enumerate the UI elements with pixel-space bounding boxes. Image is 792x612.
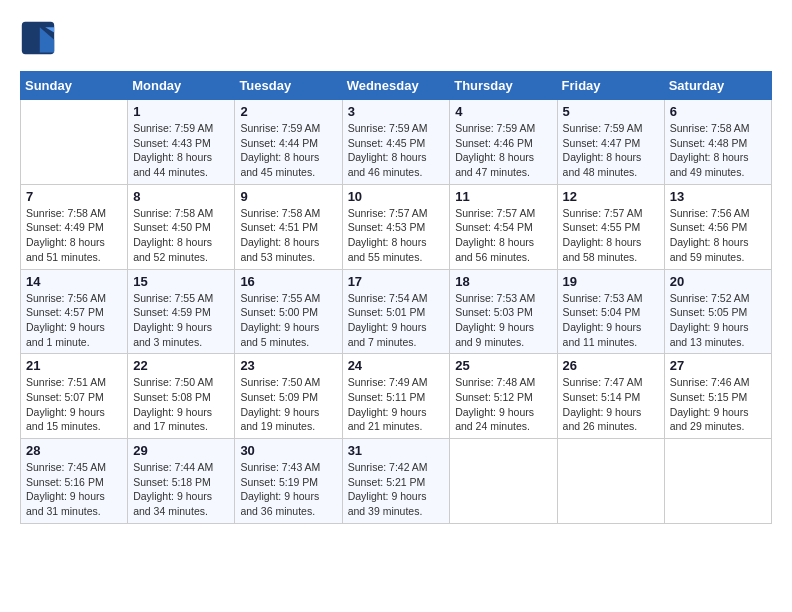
logo-icon <box>20 20 56 56</box>
week-row-5: 28Sunrise: 7:45 AMSunset: 5:16 PMDayligh… <box>21 439 772 524</box>
day-number: 9 <box>240 189 336 204</box>
calendar-cell: 10Sunrise: 7:57 AMSunset: 4:53 PMDayligh… <box>342 184 450 269</box>
day-info: Sunrise: 7:55 AMSunset: 4:59 PMDaylight:… <box>133 291 229 350</box>
calendar-cell: 19Sunrise: 7:53 AMSunset: 5:04 PMDayligh… <box>557 269 664 354</box>
day-info: Sunrise: 7:55 AMSunset: 5:00 PMDaylight:… <box>240 291 336 350</box>
calendar-cell: 2Sunrise: 7:59 AMSunset: 4:44 PMDaylight… <box>235 100 342 185</box>
calendar-cell: 22Sunrise: 7:50 AMSunset: 5:08 PMDayligh… <box>128 354 235 439</box>
calendar-cell: 14Sunrise: 7:56 AMSunset: 4:57 PMDayligh… <box>21 269 128 354</box>
day-info: Sunrise: 7:53 AMSunset: 5:03 PMDaylight:… <box>455 291 551 350</box>
page-header <box>20 20 772 56</box>
header-wednesday: Wednesday <box>342 72 450 100</box>
calendar-cell: 29Sunrise: 7:44 AMSunset: 5:18 PMDayligh… <box>128 439 235 524</box>
calendar-cell: 3Sunrise: 7:59 AMSunset: 4:45 PMDaylight… <box>342 100 450 185</box>
day-info: Sunrise: 7:42 AMSunset: 5:21 PMDaylight:… <box>348 460 445 519</box>
calendar-cell <box>557 439 664 524</box>
day-number: 13 <box>670 189 766 204</box>
calendar-cell: 6Sunrise: 7:58 AMSunset: 4:48 PMDaylight… <box>664 100 771 185</box>
day-info: Sunrise: 7:56 AMSunset: 4:57 PMDaylight:… <box>26 291 122 350</box>
calendar-table: SundayMondayTuesdayWednesdayThursdayFrid… <box>20 71 772 524</box>
calendar-cell: 26Sunrise: 7:47 AMSunset: 5:14 PMDayligh… <box>557 354 664 439</box>
calendar-cell: 25Sunrise: 7:48 AMSunset: 5:12 PMDayligh… <box>450 354 557 439</box>
day-number: 7 <box>26 189 122 204</box>
day-info: Sunrise: 7:59 AMSunset: 4:44 PMDaylight:… <box>240 121 336 180</box>
calendar-cell: 23Sunrise: 7:50 AMSunset: 5:09 PMDayligh… <box>235 354 342 439</box>
day-number: 26 <box>563 358 659 373</box>
calendar-cell: 7Sunrise: 7:58 AMSunset: 4:49 PMDaylight… <box>21 184 128 269</box>
calendar-cell: 5Sunrise: 7:59 AMSunset: 4:47 PMDaylight… <box>557 100 664 185</box>
header-row: SundayMondayTuesdayWednesdayThursdayFrid… <box>21 72 772 100</box>
calendar-cell: 24Sunrise: 7:49 AMSunset: 5:11 PMDayligh… <box>342 354 450 439</box>
calendar-cell: 31Sunrise: 7:42 AMSunset: 5:21 PMDayligh… <box>342 439 450 524</box>
week-row-1: 1Sunrise: 7:59 AMSunset: 4:43 PMDaylight… <box>21 100 772 185</box>
calendar-cell: 8Sunrise: 7:58 AMSunset: 4:50 PMDaylight… <box>128 184 235 269</box>
day-number: 18 <box>455 274 551 289</box>
day-info: Sunrise: 7:57 AMSunset: 4:55 PMDaylight:… <box>563 206 659 265</box>
day-info: Sunrise: 7:59 AMSunset: 4:43 PMDaylight:… <box>133 121 229 180</box>
day-number: 10 <box>348 189 445 204</box>
calendar-cell <box>21 100 128 185</box>
day-number: 16 <box>240 274 336 289</box>
day-number: 14 <box>26 274 122 289</box>
calendar-cell: 11Sunrise: 7:57 AMSunset: 4:54 PMDayligh… <box>450 184 557 269</box>
calendar-cell: 9Sunrise: 7:58 AMSunset: 4:51 PMDaylight… <box>235 184 342 269</box>
day-number: 11 <box>455 189 551 204</box>
logo <box>20 20 62 56</box>
week-row-4: 21Sunrise: 7:51 AMSunset: 5:07 PMDayligh… <box>21 354 772 439</box>
calendar-cell: 13Sunrise: 7:56 AMSunset: 4:56 PMDayligh… <box>664 184 771 269</box>
day-number: 31 <box>348 443 445 458</box>
day-number: 28 <box>26 443 122 458</box>
day-info: Sunrise: 7:58 AMSunset: 4:49 PMDaylight:… <box>26 206 122 265</box>
day-number: 1 <box>133 104 229 119</box>
calendar-cell: 21Sunrise: 7:51 AMSunset: 5:07 PMDayligh… <box>21 354 128 439</box>
calendar-cell <box>664 439 771 524</box>
day-number: 8 <box>133 189 229 204</box>
day-info: Sunrise: 7:44 AMSunset: 5:18 PMDaylight:… <box>133 460 229 519</box>
day-number: 17 <box>348 274 445 289</box>
day-info: Sunrise: 7:46 AMSunset: 5:15 PMDaylight:… <box>670 375 766 434</box>
day-number: 27 <box>670 358 766 373</box>
day-number: 20 <box>670 274 766 289</box>
day-info: Sunrise: 7:57 AMSunset: 4:54 PMDaylight:… <box>455 206 551 265</box>
day-info: Sunrise: 7:58 AMSunset: 4:48 PMDaylight:… <box>670 121 766 180</box>
day-number: 5 <box>563 104 659 119</box>
calendar-cell: 4Sunrise: 7:59 AMSunset: 4:46 PMDaylight… <box>450 100 557 185</box>
calendar-cell: 18Sunrise: 7:53 AMSunset: 5:03 PMDayligh… <box>450 269 557 354</box>
header-thursday: Thursday <box>450 72 557 100</box>
day-info: Sunrise: 7:45 AMSunset: 5:16 PMDaylight:… <box>26 460 122 519</box>
header-monday: Monday <box>128 72 235 100</box>
header-sunday: Sunday <box>21 72 128 100</box>
day-number: 24 <box>348 358 445 373</box>
week-row-2: 7Sunrise: 7:58 AMSunset: 4:49 PMDaylight… <box>21 184 772 269</box>
day-number: 25 <box>455 358 551 373</box>
day-number: 15 <box>133 274 229 289</box>
day-number: 6 <box>670 104 766 119</box>
calendar-cell: 28Sunrise: 7:45 AMSunset: 5:16 PMDayligh… <box>21 439 128 524</box>
day-info: Sunrise: 7:51 AMSunset: 5:07 PMDaylight:… <box>26 375 122 434</box>
day-info: Sunrise: 7:58 AMSunset: 4:51 PMDaylight:… <box>240 206 336 265</box>
day-number: 23 <box>240 358 336 373</box>
day-number: 3 <box>348 104 445 119</box>
header-friday: Friday <box>557 72 664 100</box>
header-saturday: Saturday <box>664 72 771 100</box>
day-info: Sunrise: 7:52 AMSunset: 5:05 PMDaylight:… <box>670 291 766 350</box>
day-number: 22 <box>133 358 229 373</box>
day-info: Sunrise: 7:59 AMSunset: 4:47 PMDaylight:… <box>563 121 659 180</box>
day-number: 30 <box>240 443 336 458</box>
day-info: Sunrise: 7:59 AMSunset: 4:46 PMDaylight:… <box>455 121 551 180</box>
day-info: Sunrise: 7:49 AMSunset: 5:11 PMDaylight:… <box>348 375 445 434</box>
day-info: Sunrise: 7:56 AMSunset: 4:56 PMDaylight:… <box>670 206 766 265</box>
day-number: 12 <box>563 189 659 204</box>
day-number: 4 <box>455 104 551 119</box>
day-info: Sunrise: 7:58 AMSunset: 4:50 PMDaylight:… <box>133 206 229 265</box>
calendar-cell <box>450 439 557 524</box>
calendar-cell: 16Sunrise: 7:55 AMSunset: 5:00 PMDayligh… <box>235 269 342 354</box>
day-number: 21 <box>26 358 122 373</box>
calendar-cell: 12Sunrise: 7:57 AMSunset: 4:55 PMDayligh… <box>557 184 664 269</box>
calendar-cell: 20Sunrise: 7:52 AMSunset: 5:05 PMDayligh… <box>664 269 771 354</box>
calendar-cell: 30Sunrise: 7:43 AMSunset: 5:19 PMDayligh… <box>235 439 342 524</box>
calendar-cell: 1Sunrise: 7:59 AMSunset: 4:43 PMDaylight… <box>128 100 235 185</box>
day-info: Sunrise: 7:47 AMSunset: 5:14 PMDaylight:… <box>563 375 659 434</box>
day-info: Sunrise: 7:43 AMSunset: 5:19 PMDaylight:… <box>240 460 336 519</box>
day-number: 2 <box>240 104 336 119</box>
